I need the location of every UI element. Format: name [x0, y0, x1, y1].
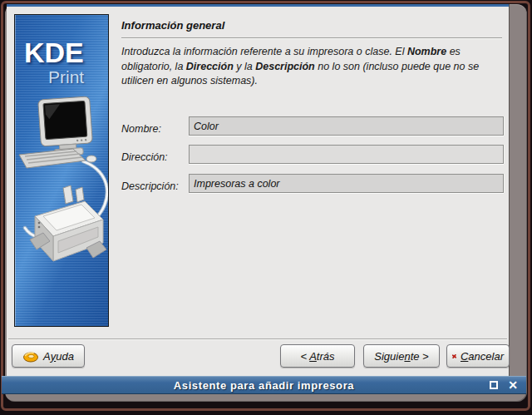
cancel-button[interactable]: Cancelar — [446, 344, 510, 368]
screen: KDE Print — [0, 0, 532, 415]
next-button[interactable]: Siguiente > — [363, 344, 440, 368]
cancel-x-icon — [452, 350, 456, 363]
intro-bold-nombre: Nombre — [407, 46, 446, 57]
close-icon: ✕ — [508, 378, 518, 392]
help-lifering-icon — [22, 350, 39, 363]
add-printer-wizard-dialog: KDE Print — [7, 4, 509, 378]
intro-bold-descripcion: Descripción — [255, 61, 315, 72]
window-titlebar[interactable]: Asistente para añadir impresora ✕ — [2, 376, 526, 394]
title-divider — [121, 37, 502, 39]
kde-logo-text: KDE — [24, 37, 84, 69]
description-input[interactable] — [189, 174, 504, 193]
maximize-button[interactable] — [490, 381, 498, 389]
computer-printer-illustration — [15, 90, 108, 326]
kdeprint-branding-panel: KDE Print — [14, 14, 109, 327]
window-title: Asistente para añadir impresora — [174, 379, 354, 392]
intro-bold-direccion: Dirección — [186, 61, 234, 72]
back-button[interactable]: < Atrás — [280, 344, 355, 368]
description-label: Descripción: — [121, 180, 179, 192]
intro-part: Introduzca la información referente a su… — [121, 46, 407, 57]
name-input[interactable] — [189, 116, 504, 136]
next-button-label: Siguiente > — [374, 350, 428, 363]
page-title: Información general — [121, 19, 224, 32]
button-separator — [8, 338, 507, 340]
location-input[interactable] — [189, 145, 504, 164]
close-button[interactable]: ✕ — [508, 378, 518, 393]
help-button-label: Ayuda — [43, 350, 74, 363]
name-label: Nombre: — [121, 123, 161, 135]
intro-text: Introduzca la información referente a su… — [121, 45, 505, 89]
help-button[interactable]: Ayuda — [12, 344, 85, 368]
intro-part: y la — [234, 61, 255, 72]
cancel-button-label: Cancelar — [461, 350, 504, 363]
back-button-label: < Atrás — [300, 350, 334, 363]
print-logo-text: Print — [48, 67, 84, 87]
location-label: Dirección: — [121, 151, 168, 163]
